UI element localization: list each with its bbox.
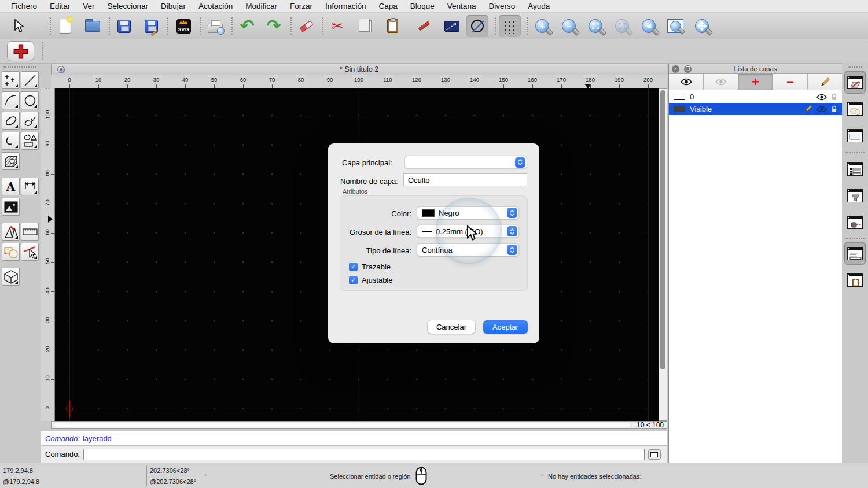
add-entity-button[interactable] (7, 41, 34, 61)
zoom-pan-button[interactable] (693, 17, 711, 35)
copy-button[interactable] (355, 17, 374, 35)
zoom-previous-button[interactable]: ◀ (639, 17, 658, 35)
cut-button[interactable]: ✂ (328, 17, 347, 35)
menu-forzar[interactable]: Forzar (284, 2, 319, 10)
zoom-window-button[interactable] (666, 17, 685, 35)
ellipse-tool-button[interactable] (2, 112, 20, 130)
float-panel-icon[interactable]: ❐ (684, 65, 692, 73)
line-width-select[interactable]: 0.25mm (ISO) (417, 225, 519, 238)
document-titlebar[interactable]: * Sin título 2 (51, 64, 667, 75)
adjustable-checkbox-row[interactable]: ✓ Ajustable (349, 275, 392, 285)
menu-seleccionar[interactable]: Seleccionar (101, 2, 155, 10)
undo-button[interactable]: ↶ (238, 17, 256, 35)
menu-dibujar[interactable]: Dibujar (155, 2, 192, 10)
image-tool-button[interactable] (2, 198, 20, 216)
dimension-tool-button[interactable] (21, 178, 39, 195)
vertical-scrollbar[interactable] (659, 88, 667, 421)
parent-layer-select[interactable] (404, 156, 527, 169)
block-3d-button[interactable] (2, 268, 20, 286)
layer-row-0[interactable]: 0 (669, 91, 842, 103)
dock-clipboard-button[interactable] (844, 268, 866, 291)
menu-editar[interactable]: Editar (43, 2, 76, 10)
dock-command-line-button[interactable] (844, 242, 866, 265)
dock-library-browser-button[interactable] (844, 124, 866, 147)
grid-toggle-button[interactable] (499, 15, 521, 37)
layer-visible-icon[interactable] (816, 94, 827, 101)
measure-tool-button[interactable] (21, 223, 39, 241)
text-tool-button[interactable]: A (2, 178, 20, 195)
close-icon[interactable]: × (672, 65, 679, 73)
cancel-button[interactable]: Cancelar (428, 320, 475, 334)
menu-diverso[interactable]: Diverso (482, 2, 521, 10)
line-tool-button[interactable] (21, 71, 39, 89)
dock-block-list-button[interactable] (844, 97, 866, 120)
accept-button[interactable]: Aceptar (483, 320, 528, 334)
zoom-in-button[interactable]: + (533, 17, 551, 35)
horizontal-scrollbar[interactable]: 10 < 100 (51, 421, 667, 429)
plottable-checkbox-row[interactable]: ✓ Trazable (349, 261, 391, 272)
menu-capa[interactable]: Capa (373, 2, 404, 10)
layer-row-visible[interactable]: Visible (669, 103, 842, 115)
horizontal-scrollbar-thumb[interactable] (53, 423, 631, 427)
edit-layer-button[interactable] (808, 74, 842, 90)
menu-ver[interactable]: Ver (76, 2, 101, 10)
menu-bloque[interactable]: Bloque (404, 2, 441, 10)
adjustable-checkbox[interactable]: ✓ (349, 276, 358, 284)
dock-separator (845, 152, 865, 153)
menu-fichero[interactable]: Fichero (5, 2, 43, 10)
add-layer-button[interactable]: + (738, 74, 773, 90)
delete-button[interactable] (297, 17, 315, 35)
zoom-selected-button[interactable] (613, 17, 631, 35)
pen-button[interactable] (415, 17, 433, 35)
points-tool-button[interactable] (2, 71, 20, 89)
menu-ayuda[interactable]: Ayuda (521, 2, 556, 10)
toolbar-handle[interactable] (848, 66, 862, 68)
open-file-button[interactable] (83, 17, 102, 35)
save-as-button[interactable] (142, 17, 160, 35)
zoom-out-button[interactable]: − (560, 17, 578, 35)
arc-tool-button[interactable] (2, 91, 20, 109)
line-type-select[interactable]: Contínua (417, 243, 519, 256)
export-svg-button[interactable]: SVG (174, 17, 193, 35)
remove-layer-button[interactable]: − (773, 74, 808, 90)
command-input[interactable] (83, 449, 645, 460)
select-tool-button[interactable] (21, 243, 39, 261)
plottable-checkbox[interactable]: ✓ (349, 263, 358, 271)
save-button[interactable] (115, 17, 133, 35)
layer-lock-icon[interactable] (831, 93, 837, 101)
menu-ventana[interactable]: Ventana (441, 2, 483, 10)
menu-informacion[interactable]: Información (319, 2, 373, 10)
hatch-tool-button[interactable] (2, 152, 20, 170)
layer-lock-icon[interactable] (831, 105, 837, 113)
dock-layer-list-button[interactable] (844, 71, 866, 94)
draft-mode-button[interactable] (466, 15, 488, 37)
toolbar-handle[interactable] (3, 66, 36, 68)
color-select[interactable]: Negro (417, 206, 519, 219)
polyline-tool-button[interactable] (2, 132, 20, 150)
paste-button[interactable] (383, 17, 402, 35)
dock-selection-filter-button[interactable] (844, 184, 866, 207)
modify-tool-button[interactable] (2, 243, 20, 261)
pointer-tool-button[interactable] (9, 17, 28, 35)
dock-entity-list-button[interactable] (844, 157, 866, 180)
cad-tools-button[interactable] (2, 223, 20, 241)
redo-button[interactable]: ↷ (264, 17, 283, 35)
vertical-scrollbar-thumb[interactable] (660, 90, 665, 369)
polygon-tool-button[interactable] (21, 132, 39, 150)
menu-modificar[interactable]: Modificar (239, 2, 284, 10)
line-preview-button[interactable] (443, 17, 461, 35)
layer-visible-icon[interactable] (816, 106, 827, 113)
hide-all-layers-button[interactable] (704, 74, 738, 90)
circle-tool-button[interactable] (21, 91, 39, 109)
spline-tool-button[interactable] (21, 112, 39, 130)
print-preview-button[interactable] (206, 17, 225, 35)
layer-list-panel: × ❐ Lista de capas + − 0 (668, 64, 842, 463)
layer-edit-icon[interactable] (804, 105, 812, 113)
dock-pen-palette-button[interactable] (844, 210, 866, 234)
layer-name-input[interactable]: Oculto (403, 173, 527, 186)
new-file-button[interactable] (56, 17, 75, 35)
detach-command-window-button[interactable] (648, 449, 661, 460)
show-all-layers-button[interactable] (669, 74, 704, 90)
zoom-auto-button[interactable] (586, 17, 605, 35)
menu-acotacion[interactable]: Acotación (192, 2, 239, 10)
